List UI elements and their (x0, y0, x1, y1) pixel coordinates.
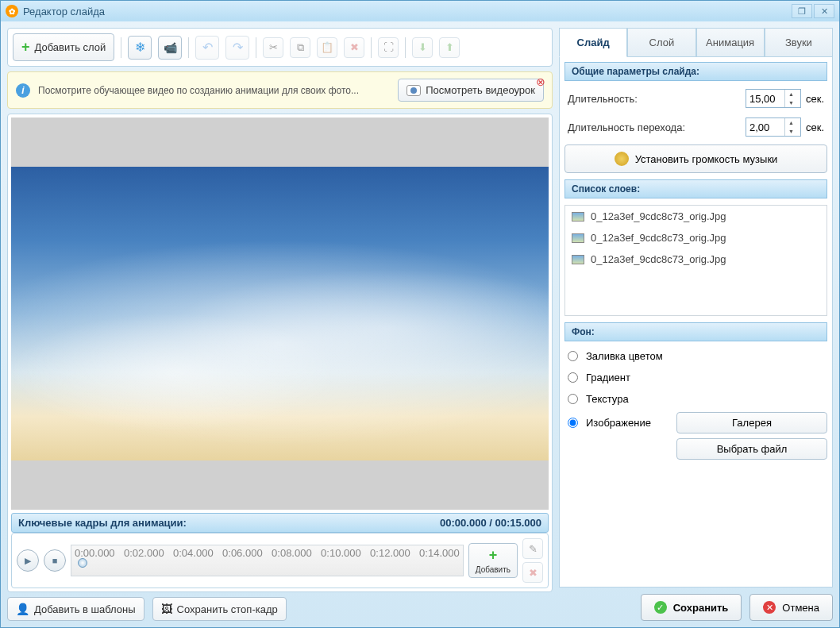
delete-icon: ✖ (350, 41, 359, 53)
add-keyframe-label: Добавить (476, 565, 511, 574)
close-button[interactable]: ✕ (814, 4, 834, 18)
app-icon: ✿ (6, 5, 18, 17)
arrow-up-icon: ⬆ (445, 41, 454, 53)
template-icon: 👤 (16, 603, 29, 615)
undo-button[interactable]: ↶ (195, 36, 219, 60)
stop-button[interactable]: ■ (44, 549, 66, 572)
spinner-down[interactable]: ▼ (785, 127, 797, 136)
cancel-label: Отмена (782, 602, 819, 614)
delete-button[interactable]: ✖ (344, 37, 364, 58)
fullscreen-button[interactable]: ⛶ (378, 37, 399, 58)
expand-icon: ⛶ (383, 41, 394, 53)
preview-canvas[interactable] (11, 118, 549, 510)
x-icon: ✕ (763, 601, 776, 614)
maximize-button[interactable]: ❐ (792, 4, 812, 18)
check-icon: ✓ (654, 601, 667, 614)
copy-button[interactable]: ⧉ (290, 37, 310, 58)
banner-close-button[interactable]: ⊗ (536, 75, 547, 87)
copy-icon: ⧉ (297, 41, 304, 54)
general-params-header: Общие параметры слайда: (564, 62, 827, 81)
tabs: Слайд Слой Анимация Звуки (559, 28, 833, 57)
undo-icon: ↶ (202, 40, 213, 55)
arrow-down-icon: ⬇ (418, 41, 427, 53)
add-keyframe-button[interactable]: + Добавить (468, 543, 518, 578)
preview-area: Ключевые кадры для анимации: 00:00.000 /… (7, 114, 553, 592)
bg-gradient-option[interactable]: Градиент (564, 369, 669, 386)
layer-item[interactable]: 0_12a3ef_9cdc8c73_orig.Jpg (565, 206, 827, 227)
cut-button[interactable]: ✂ (263, 37, 283, 58)
add-template-label: Добавить в шаблоны (34, 603, 136, 615)
paste-button[interactable]: 📋 (317, 37, 337, 58)
save-stopframe-button[interactable]: 🖼 Сохранить стоп-кадр (152, 597, 287, 621)
timeline-box: ▶ ■ 0:00.000 0:02.000 0:04.000 0:06.000 … (11, 533, 549, 588)
slide-editor-window: ✿ Редактор слайда ❐ ✕ + Добавить слой ❄ … (0, 0, 840, 628)
window-title: Редактор слайда (23, 6, 105, 17)
duration-spinner[interactable]: ▲▼ (746, 89, 801, 108)
sec-label: сек. (806, 93, 824, 105)
delete-keyframe-button[interactable]: ✖ (522, 562, 543, 583)
speaker-icon (615, 152, 629, 166)
layer-list: 0_12a3ef_9cdc8c73_orig.Jpg 0_12a3ef_9cdc… (564, 205, 827, 316)
tab-animation[interactable]: Анимация (696, 28, 765, 57)
spinner-down[interactable]: ▼ (785, 98, 797, 107)
watch-video-label: Посмотреть видеоурок (426, 84, 535, 96)
paste-icon: 📋 (321, 41, 333, 53)
layer-item[interactable]: 0_12a3ef_9cdc8c73_orig.Jpg (565, 227, 827, 249)
spinner-up[interactable]: ▲ (785, 90, 797, 98)
add-to-templates-button[interactable]: 👤 Добавить в шаблоны (7, 597, 144, 621)
redo-icon: ↷ (233, 40, 243, 55)
choose-file-button[interactable]: Выбрать файл (676, 438, 827, 460)
duration-label: Длительность: (568, 93, 741, 105)
delete-icon: ✖ (529, 567, 538, 579)
camera-icon: 📹 (164, 41, 177, 54)
cancel-button[interactable]: ✕ Отмена (749, 594, 833, 621)
image-icon: 🖼 (161, 603, 172, 615)
sec-label: сек. (806, 121, 824, 133)
watch-video-button[interactable]: Посмотреть видеоурок (398, 79, 544, 102)
bg-header: Фон: (564, 322, 827, 341)
transition-spinner[interactable]: ▲▼ (746, 118, 801, 137)
volume-btn-label: Установить громкость музыки (635, 153, 778, 165)
scissors-icon: ✂ (269, 41, 278, 53)
save-label: Сохранить (673, 602, 729, 614)
layer-name: 0_12a3ef_9cdc8c73_orig.Jpg (591, 232, 726, 244)
move-down-button[interactable]: ⬇ (412, 37, 433, 58)
set-volume-button[interactable]: Установить громкость музыки (564, 144, 827, 173)
webcam-icon (407, 85, 421, 96)
spinner-up[interactable]: ▲ (785, 118, 797, 127)
move-up-button[interactable]: ⬆ (439, 37, 460, 58)
bg-fill-option[interactable]: Заливка цветом (564, 348, 669, 364)
snowflake-button[interactable]: ❄ (128, 36, 152, 60)
keyframes-title: Ключевые кадры для анимации: (18, 517, 187, 529)
play-button[interactable]: ▶ (17, 549, 39, 572)
tab-layer[interactable]: Слой (627, 28, 696, 57)
add-layer-label: Добавить слой (35, 41, 106, 53)
plus-icon: + (21, 39, 30, 56)
bg-image-option[interactable]: Изображение (564, 414, 669, 431)
duration-input[interactable] (746, 91, 784, 106)
tutorial-banner: i Посмотрите обучающее видео по созданию… (7, 71, 553, 109)
info-icon: i (16, 83, 30, 98)
gallery-button[interactable]: Галерея (676, 412, 827, 433)
edit-keyframe-button[interactable]: ✎ (522, 538, 543, 559)
save-button[interactable]: ✓ Сохранить (641, 594, 742, 621)
save-frame-label: Сохранить стоп-кадр (177, 603, 278, 615)
playhead[interactable] (78, 558, 87, 568)
layer-name: 0_12a3ef_9cdc8c73_orig.Jpg (591, 253, 726, 265)
slide-panel: Общие параметры слайда: Длительность: ▲▼… (559, 56, 833, 588)
timeline[interactable]: 0:00.000 0:02.000 0:04.000 0:06.000 0:08… (71, 545, 464, 576)
layer-thumb-icon (572, 233, 584, 243)
tab-sounds[interactable]: Звуки (765, 28, 833, 57)
camera-button[interactable]: 📹 (158, 36, 182, 60)
layers-header: Список слоев: (564, 179, 827, 198)
banner-text: Посмотрите обучающее видео по созданию а… (38, 85, 390, 96)
transition-input[interactable] (746, 120, 784, 135)
bg-texture-option[interactable]: Текстура (564, 391, 669, 407)
redo-button[interactable]: ↷ (225, 36, 249, 60)
keyframes-time: 00:00.000 / 00:15.000 (440, 517, 541, 529)
tab-slide[interactable]: Слайд (559, 28, 627, 57)
add-layer-button[interactable]: + Добавить слой (13, 33, 114, 61)
snowflake-icon: ❄ (135, 40, 145, 55)
titlebar: ✿ Редактор слайда ❐ ✕ (1, 1, 839, 21)
layer-item[interactable]: 0_12a3ef_9cdc8c73_orig.Jpg (565, 249, 827, 270)
